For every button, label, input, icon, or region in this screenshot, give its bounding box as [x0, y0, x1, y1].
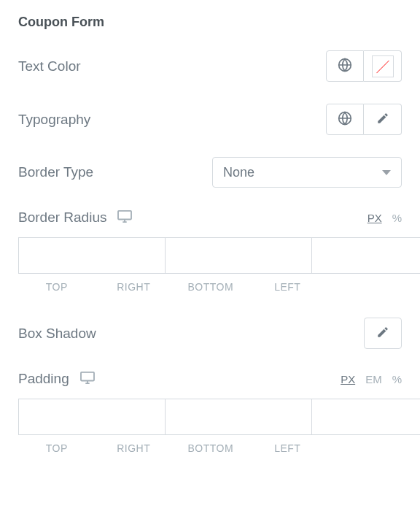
border-radius-top-input[interactable] [18, 237, 166, 274]
side-top: TOP [18, 281, 96, 293]
box-shadow-row: Box Shadow [18, 318, 402, 349]
padding-header: Padding PX EM % [18, 371, 402, 387]
border-type-select[interactable]: None [212, 157, 402, 188]
unit-percent[interactable]: % [392, 373, 402, 385]
typography-group [326, 104, 402, 135]
padding-label: Padding [18, 371, 69, 387]
border-radius-inputs [18, 237, 402, 274]
padding-inputs [18, 399, 402, 435]
typography-global-button[interactable] [326, 104, 364, 135]
border-type-row: Border Type None [18, 157, 402, 188]
desktop-icon[interactable] [117, 210, 133, 226]
svg-rect-2 [118, 211, 131, 220]
svg-rect-3 [81, 372, 94, 381]
globe-icon [338, 111, 352, 128]
unit-px[interactable]: PX [341, 373, 355, 385]
border-radius-units: PX % [368, 212, 402, 224]
padding-sublabels: TOP RIGHT BOTTOM LEFT [18, 442, 402, 454]
box-shadow-edit-button[interactable] [364, 318, 402, 349]
border-radius-bottom-input[interactable] [312, 237, 420, 274]
typography-edit-button[interactable] [364, 104, 402, 135]
section-title: Coupon Form [18, 15, 402, 30]
border-type-value: None [223, 165, 254, 180]
pencil-icon [376, 112, 389, 128]
border-radius-sublabels: TOP RIGHT BOTTOM LEFT [18, 281, 402, 293]
pencil-icon [376, 326, 389, 342]
padding-right-input[interactable] [166, 399, 312, 435]
typography-row: Typography [18, 104, 402, 135]
side-right: RIGHT [96, 442, 173, 454]
chevron-down-icon [382, 170, 391, 175]
border-type-label: Border Type [18, 164, 93, 180]
padding-top-input[interactable] [18, 399, 166, 435]
side-left: LEFT [249, 281, 327, 293]
side-bottom: BOTTOM [172, 442, 249, 454]
text-color-label: Text Color [18, 58, 81, 74]
padding-bottom-input[interactable] [312, 399, 420, 435]
typography-label: Typography [18, 112, 90, 128]
text-color-swatch-button[interactable] [364, 50, 402, 82]
unit-em[interactable]: EM [365, 373, 382, 385]
side-top: TOP [18, 442, 96, 454]
side-right: RIGHT [96, 281, 173, 293]
side-bottom: BOTTOM [172, 281, 249, 293]
desktop-icon[interactable] [79, 371, 96, 387]
border-radius-header: Border Radius PX % [18, 210, 402, 226]
unit-percent[interactable]: % [392, 212, 402, 224]
text-color-row: Text Color [18, 50, 402, 82]
unit-px[interactable]: PX [368, 212, 382, 224]
text-color-global-button[interactable] [326, 50, 364, 82]
border-radius-label: Border Radius [18, 210, 106, 226]
border-radius-right-input[interactable] [166, 237, 312, 274]
padding-units: PX EM % [341, 373, 402, 385]
box-shadow-label: Box Shadow [18, 326, 96, 342]
text-color-group [326, 50, 402, 82]
no-color-swatch [372, 55, 394, 77]
globe-icon [338, 58, 352, 75]
side-left: LEFT [249, 442, 327, 454]
